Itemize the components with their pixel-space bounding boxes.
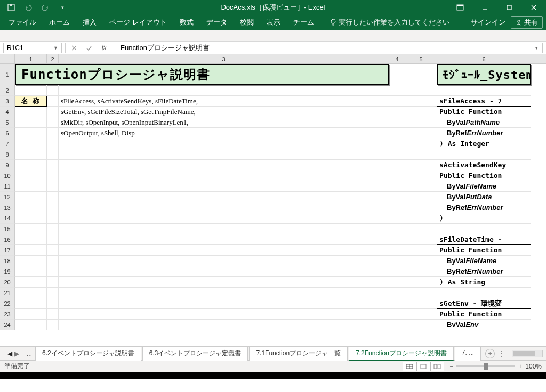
cell[interactable]: Public Function bbox=[437, 309, 531, 320]
col-header[interactable]: 3 bbox=[59, 54, 389, 63]
cell[interactable] bbox=[47, 192, 59, 202]
cell[interactable] bbox=[405, 234, 437, 245]
cell[interactable] bbox=[47, 160, 59, 170]
row-header[interactable]: 23 bbox=[0, 309, 15, 320]
cell[interactable] bbox=[15, 245, 47, 256]
cell[interactable] bbox=[405, 85, 437, 96]
cell[interactable] bbox=[15, 224, 47, 234]
tab-view[interactable]: 表示 bbox=[261, 15, 286, 29]
cell[interactable] bbox=[389, 298, 405, 309]
tab-page-layout[interactable]: ページ レイアウト bbox=[104, 15, 172, 29]
zoom-slider[interactable] bbox=[456, 365, 515, 368]
cell[interactable]: 名 称 bbox=[15, 96, 47, 107]
row-header[interactable]: 7 bbox=[0, 138, 15, 149]
cell[interactable] bbox=[405, 288, 437, 298]
cell[interactable] bbox=[437, 149, 531, 160]
cell[interactable] bbox=[15, 181, 47, 192]
row-header[interactable]: 11 bbox=[0, 181, 15, 192]
cell[interactable] bbox=[389, 64, 437, 85]
name-box[interactable]: R1C1 ▼ bbox=[3, 43, 62, 53]
cell[interactable] bbox=[405, 202, 437, 213]
cell[interactable] bbox=[47, 202, 59, 213]
row-header[interactable]: 9 bbox=[0, 160, 15, 170]
cell[interactable] bbox=[405, 309, 437, 320]
cell[interactable] bbox=[47, 224, 59, 234]
cell[interactable]: sActivateSendKey bbox=[437, 160, 531, 170]
enter-icon[interactable] bbox=[84, 43, 94, 53]
tell-me-search[interactable]: 実行したい作業を入力してください bbox=[326, 16, 454, 29]
cell[interactable] bbox=[47, 320, 59, 330]
tab-overflow-left[interactable]: ... bbox=[27, 350, 32, 357]
row-header[interactable]: 1 bbox=[0, 64, 15, 85]
cell[interactable] bbox=[389, 85, 405, 96]
cell[interactable] bbox=[15, 85, 47, 96]
cell[interactable] bbox=[405, 96, 437, 107]
cell[interactable] bbox=[389, 149, 405, 160]
sheet-tab[interactable]: 6.2イベントプロシージャ説明書 bbox=[35, 347, 141, 361]
cell[interactable] bbox=[389, 192, 405, 202]
tab-home[interactable]: ホーム bbox=[44, 15, 75, 29]
cell[interactable] bbox=[47, 266, 59, 277]
cell[interactable] bbox=[15, 117, 47, 128]
cell[interactable] bbox=[405, 256, 437, 266]
cell[interactable] bbox=[405, 160, 437, 170]
row-header[interactable]: 14 bbox=[0, 213, 15, 224]
module-title-cell[interactable]: ﾓｼﾞｭｰﾙ_System bbox=[437, 64, 531, 85]
sheet-tab[interactable]: 7. ... bbox=[455, 347, 481, 361]
cell[interactable] bbox=[405, 245, 437, 256]
sheet-tab[interactable]: 7.1Functionプロシージャ一覧 bbox=[249, 347, 348, 361]
tab-file[interactable]: ファイル bbox=[3, 15, 42, 29]
row-header[interactable]: 8 bbox=[0, 149, 15, 160]
cell[interactable] bbox=[405, 170, 437, 181]
row-header[interactable]: 21 bbox=[0, 288, 15, 298]
cell[interactable] bbox=[59, 234, 389, 245]
cell[interactable] bbox=[15, 149, 47, 160]
cell[interactable] bbox=[405, 128, 437, 138]
col-header[interactable]: 4 bbox=[389, 54, 405, 63]
view-normal-icon[interactable] bbox=[403, 362, 416, 371]
cell[interactable] bbox=[389, 309, 405, 320]
horizontal-scrollbar[interactable] bbox=[512, 350, 543, 357]
cell[interactable] bbox=[405, 181, 437, 192]
cell[interactable] bbox=[15, 202, 47, 213]
cell[interactable] bbox=[47, 85, 59, 96]
row-header[interactable]: 16 bbox=[0, 234, 15, 245]
cell[interactable] bbox=[405, 107, 437, 117]
formula-input[interactable]: Functionプロシージャ説明書 ▾ bbox=[116, 43, 543, 53]
cell[interactable] bbox=[389, 245, 405, 256]
cell[interactable]: ByVal FileName bbox=[437, 256, 531, 266]
tab-insert[interactable]: 挿入 bbox=[77, 15, 102, 29]
tab-team[interactable]: チーム bbox=[288, 15, 319, 29]
cell[interactable] bbox=[15, 170, 47, 181]
cell[interactable]: ByVal PathName bbox=[437, 117, 531, 128]
cell[interactable] bbox=[59, 309, 389, 320]
cell[interactable]: sFileAccess, sActivateSendKeys, sFileDat… bbox=[59, 96, 389, 107]
cell[interactable] bbox=[405, 277, 437, 288]
undo-icon[interactable] bbox=[21, 2, 35, 13]
row-header[interactable]: 3 bbox=[0, 96, 15, 107]
cell[interactable] bbox=[389, 256, 405, 266]
cell[interactable] bbox=[59, 202, 389, 213]
col-header[interactable]: 2 bbox=[47, 54, 59, 63]
cell[interactable]: sGetEnv, sGetFileSizeTotal, sGetTmpFileN… bbox=[59, 107, 389, 117]
cell[interactable]: ByRef ErrNumber bbox=[437, 266, 531, 277]
save-icon[interactable] bbox=[4, 2, 18, 13]
cell[interactable]: ByRef ErrNumber bbox=[437, 202, 531, 213]
ribbon-options-icon[interactable] bbox=[448, 0, 472, 15]
cell[interactable] bbox=[59, 288, 389, 298]
cell[interactable]: sMkDir, sOpenInput, sOpenInputBinaryLen1… bbox=[59, 117, 389, 128]
zoom-out-button[interactable]: − bbox=[449, 363, 453, 370]
row-header[interactable]: 5 bbox=[0, 117, 15, 128]
cell[interactable]: ByVal PutData bbox=[437, 192, 531, 202]
cell[interactable] bbox=[47, 256, 59, 266]
cell[interactable]: ) bbox=[437, 213, 531, 224]
cell[interactable] bbox=[437, 224, 531, 234]
cell[interactable] bbox=[59, 266, 389, 277]
close-icon[interactable] bbox=[521, 0, 546, 15]
cell[interactable] bbox=[15, 256, 47, 266]
cell[interactable] bbox=[15, 107, 47, 117]
cell[interactable] bbox=[47, 288, 59, 298]
cell[interactable] bbox=[389, 128, 405, 138]
cell[interactable] bbox=[389, 224, 405, 234]
cell[interactable]: ) As String bbox=[437, 277, 531, 288]
